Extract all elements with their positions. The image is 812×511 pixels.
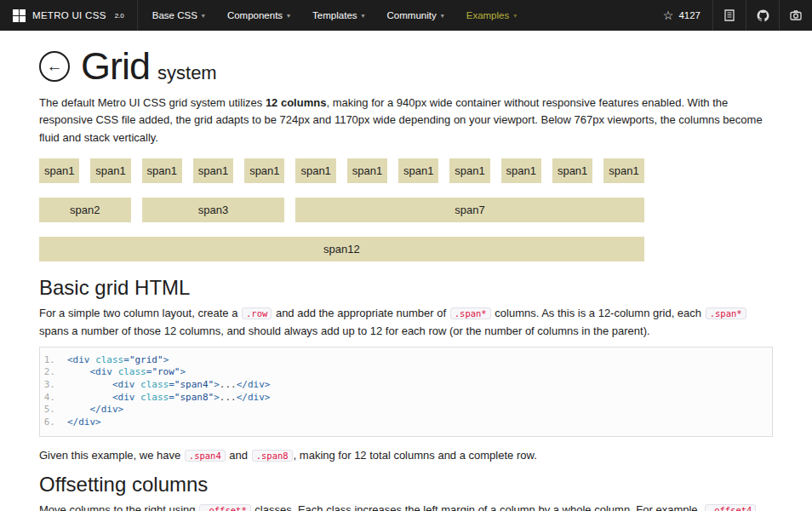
grid-cell-span1: span1 [244,158,284,183]
text: columns. As this is a 12-column grid, ea… [492,307,705,319]
star-icon: ☆ [663,9,674,21]
grid-cell-span1: span1 [90,158,130,183]
nav-menu: Base CSS▾Components▾Templates▾Community▾… [141,0,528,31]
line-number: 4. [40,392,67,405]
code-token: <div [67,354,95,367]
star-button[interactable]: ☆ 4127 [651,0,712,31]
code-token: ... [220,379,237,392]
nav-right: ☆ 4127 [651,0,812,31]
inline-code: .offset4 [705,504,757,511]
code-token: = [169,392,174,405]
title-text: Grid system [81,46,217,86]
chevron-down-icon: ▾ [202,12,205,20]
inline-code: .span4 [185,450,226,462]
code-token [67,392,112,405]
text: , making for 12 total columns and a comp… [294,449,537,462]
grid-cell-span1: span1 [603,158,643,183]
grid-row: span12 [39,237,773,261]
text: spans a number of those 12 columns, and … [39,324,650,337]
code-token: > [214,392,220,405]
basic-grid-paragraph: For a simple two column layout, create a… [39,305,773,339]
grid-cell-span2: span2 [39,198,131,222]
code-token [67,404,90,416]
line-number: 6. [40,416,67,429]
chevron-down-icon: ▾ [287,12,290,20]
grid-cell-span1: span1 [142,158,182,183]
code-token: <div [112,392,140,405]
text: and add the appropriate number of [272,307,449,319]
nav-item-components[interactable]: Components▾ [216,0,301,31]
text: For a simple two column layout, create a [39,307,241,319]
code-lines: 1.<div class="grid">2. <div class="row">… [40,354,772,429]
grid-cell-span1: span1 [501,158,541,183]
line-number: 2. [40,366,67,379]
code-line: 5. </div> [40,404,772,416]
brand-version: 2.0 [115,12,124,20]
code-token: class [140,392,169,405]
inline-code: .row [242,307,272,319]
camera-icon-glyph [789,9,803,22]
chevron-down-icon: ▾ [441,12,444,20]
example-note-paragraph: Given this example, we have .span4 and .… [39,447,773,464]
code-line: 1.<div class="grid"> [40,354,772,367]
code-block: 1.<div class="grid">2. <div class="row">… [39,347,773,437]
nav-item-community[interactable]: Community▾ [376,0,455,31]
inline-code: .span* [450,307,491,319]
grid-demo-rows: span1span1span1span1span1span1span1span1… [39,158,773,261]
brand[interactable]: METRO UI CSS 2.0 [0,0,138,31]
code-token: class [95,354,123,367]
nav-item-label: Templates [312,10,357,20]
intro-paragraph: The default Metro UI CSS grid system uti… [39,95,773,146]
github-icon[interactable] [746,0,779,31]
back-arrow-icon: ← [47,57,63,76]
back-button[interactable]: ← [39,51,70,82]
title-main: Grid [81,46,150,86]
code-token [67,366,90,379]
text: classes. Each class increases the left m… [252,503,704,511]
text: Given this example, we have [39,449,184,462]
nav-item-templates[interactable]: Templates▾ [301,0,375,31]
grid-cell-span7: span7 [295,198,643,222]
nav-item-examples[interactable]: Examples▾ [455,0,529,31]
nav-item-base-css[interactable]: Base CSS▾ [141,0,216,31]
docs-icon-glyph [723,9,736,22]
code-line: 2. <div class="row"> [40,366,772,379]
grid-cell-span1: span1 [449,158,489,183]
grid-cell-span3: span3 [142,198,285,222]
code-token: class [140,379,169,392]
code-token: "row" [152,366,180,379]
code-token: = [146,366,152,379]
text: The default Metro UI CSS grid system uti… [39,96,266,109]
code-token: = [169,379,174,392]
brand-name: METRO UI CSS [32,10,106,20]
code-token: "grid" [129,354,163,367]
main-content: ← Grid system The default Metro UI CSS g… [0,31,812,511]
code-token: </div> [237,392,271,405]
inline-code: .span8 [252,450,293,462]
nav-item-label: Components [227,10,283,20]
page-title: ← Grid system [39,46,773,86]
code-token: "span4" [174,379,214,392]
code-token: </div> [90,404,124,416]
title-sub: system [157,62,217,84]
metro-tiles-logo-icon [13,9,26,22]
code-token: > [180,366,186,379]
code-line: 6.</div> [40,416,772,429]
nav-item-label: Base CSS [152,10,197,20]
text: Move columns to the right using [39,503,198,511]
code-token: </div> [67,416,101,429]
camera-icon[interactable] [779,0,812,31]
grid-cell-span12: span12 [39,237,644,261]
docs-icon[interactable] [712,0,746,31]
section-heading-offsetting: Offsetting columns [39,473,773,497]
grid-cell-span1: span1 [39,158,79,183]
grid-cell-span1: span1 [398,158,438,183]
grid-cell-span1: span1 [347,158,387,183]
code-token [67,379,112,392]
grid-row: span2span3span7 [39,198,773,222]
code-token: = [123,354,129,367]
section-heading-basic-grid: Basic grid HTML [39,276,773,301]
line-number: 1. [40,354,67,367]
offsetting-paragraph: Move columns to the right using .offset*… [39,502,773,511]
code-token: <div [90,366,118,379]
